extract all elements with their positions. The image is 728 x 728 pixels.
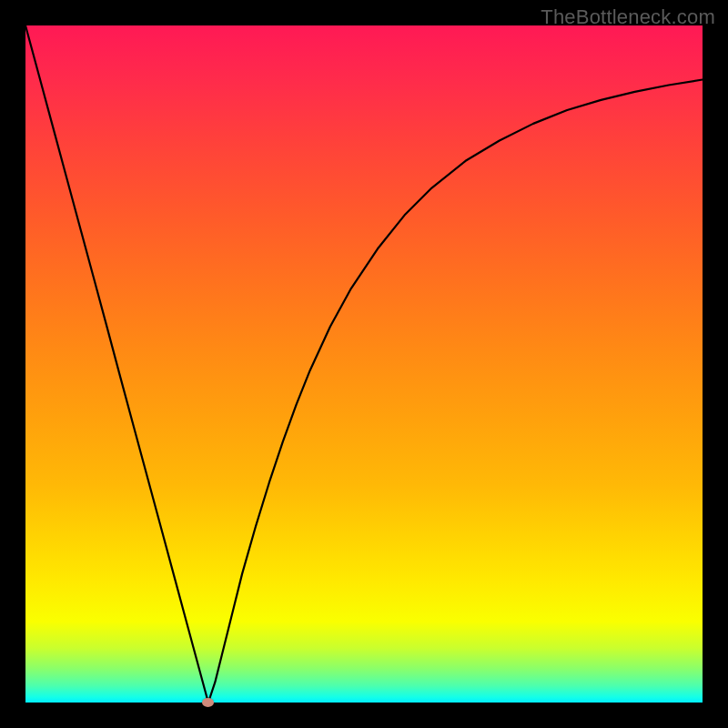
plot-area <box>25 25 703 703</box>
chart-container: TheBottleneck.com <box>0 0 728 728</box>
optimal-point-marker <box>202 698 214 707</box>
bottleneck-curve <box>25 25 703 703</box>
